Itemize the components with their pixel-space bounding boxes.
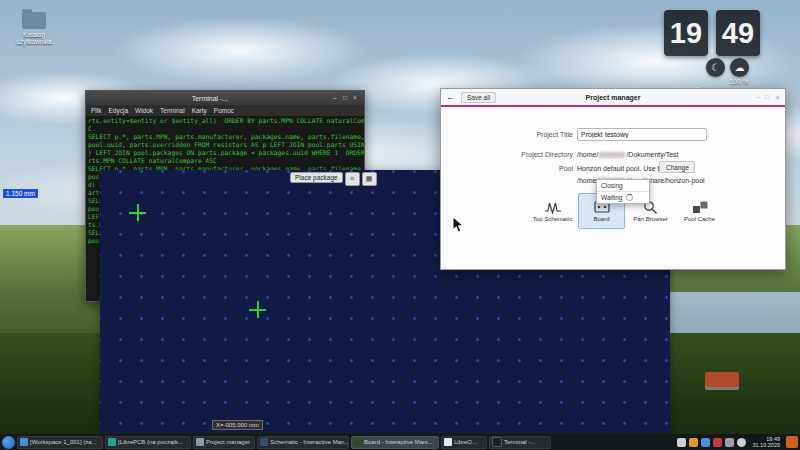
popup-status-row: Waiting <box>597 192 649 203</box>
menu-widok[interactable]: Widok <box>135 107 153 114</box>
taskbar-item-terminal[interactable]: Terminal -... <box>489 436 551 449</box>
project-directory-label: Project Directory <box>445 151 573 158</box>
taskbar: [Workspace 1_001] (za... [LibrePCB (na p… <box>0 434 800 450</box>
desktop: Katalog użytkownika 19 49 ☾ ☁ 100 % Częś… <box>0 0 800 450</box>
menu-pomoc[interactable]: Pomoc <box>214 107 234 114</box>
menu-terminal[interactable]: Terminal <box>160 107 185 114</box>
popup-title: Closing <box>597 180 649 191</box>
pool-cache-button[interactable]: Pool Cache <box>676 193 723 229</box>
cloud-icon: ☁ <box>730 58 749 77</box>
cursor-coordinate-tooltip: X=-005.000 mm <box>212 420 263 430</box>
window-icon <box>108 438 116 446</box>
grid-icon[interactable]: ▦ <box>362 172 377 186</box>
window-icon <box>260 438 268 446</box>
tray-icon-1[interactable] <box>677 438 686 447</box>
pool-label: Pool <box>445 165 573 172</box>
taskbar-clock[interactable]: 19:49 31.10.2020 <box>749 436 783 448</box>
window-minimize-icon[interactable]: – <box>756 94 759 101</box>
place-package-toolbar: Place package ≡ ▦ <box>290 172 377 186</box>
save-all-button[interactable]: Save all <box>461 92 496 103</box>
system-tray: 19:49 31.10.2020 <box>677 436 798 448</box>
mouse-cursor <box>452 216 465 234</box>
window-icon <box>492 437 502 447</box>
taskbar-item-libreoffice[interactable]: LibreO... <box>441 436 487 449</box>
menu-edycja[interactable]: Edycja <box>108 107 128 114</box>
window-icon <box>20 438 28 446</box>
closing-popup: Closing Waiting <box>596 179 650 204</box>
project-title-label: Project Title <box>445 131 573 138</box>
terminal-minimize-button[interactable]: – <box>330 92 340 104</box>
desktop-wallpaper-building <box>705 372 739 387</box>
taskbar-item-project-manager[interactable]: Project manager <box>193 436 255 449</box>
moon-icon: ☾ <box>706 58 725 77</box>
project-manager-header: ← Save all Project manager – □ ✕ <box>441 89 785 107</box>
weather-icons: ☾ ☁ <box>706 58 749 77</box>
menu-icon[interactable]: ≡ <box>345 172 360 186</box>
board-cursor-crosshair <box>249 301 266 318</box>
terminal-maximize-button[interactable]: □ <box>340 92 350 104</box>
project-manager-window: ← Save all Project manager – □ ✕ Project… <box>440 88 786 270</box>
change-pool-button[interactable]: Change <box>659 161 695 173</box>
tray-icon-7[interactable] <box>786 436 798 448</box>
project-manager-body: Project Title Project Directory /home//D… <box>441 107 785 269</box>
clock-widget: 19 49 ☾ ☁ 100 % Częściowo słonecznie <box>664 10 794 56</box>
desktop-icon-label: Katalog użytkownika <box>6 31 62 45</box>
clock-minute: 49 <box>716 10 760 56</box>
menu-plik[interactable]: Plik <box>91 107 101 114</box>
taskbar-item-librepcb[interactable]: [LibrePCB (na początk... <box>105 436 191 449</box>
taskbar-clock-date: 31.10.2020 <box>752 442 780 448</box>
desktop-icon-home-folder[interactable]: Katalog użytkownika <box>6 12 62 45</box>
app-menu-icon[interactable] <box>2 436 15 449</box>
clock-tiles: 19 49 <box>664 10 794 56</box>
folder-icon <box>22 12 46 29</box>
tray-icon-2[interactable] <box>689 438 698 447</box>
tray-icon-6[interactable] <box>737 438 746 447</box>
spinner-icon <box>626 194 633 201</box>
tray-icon-3[interactable] <box>701 438 710 447</box>
menu-karty[interactable]: Karty <box>192 107 207 114</box>
project-title-input[interactable] <box>577 128 707 141</box>
tray-icon-4[interactable] <box>713 438 722 447</box>
taskbar-item-workspace[interactable]: [Workspace 1_001] (za... <box>17 436 103 449</box>
terminal-titlebar[interactable]: Terminal -... – □ × <box>86 91 364 105</box>
window-icon <box>444 438 452 446</box>
ruler-measurement-tooltip: 1.150 mm <box>3 189 38 198</box>
taskbar-item-board[interactable]: Board - Interactive Mani... <box>351 436 439 449</box>
terminal-close-button[interactable]: × <box>350 92 360 104</box>
popup-status-text: Waiting <box>601 194 622 201</box>
board-origin-crosshair <box>129 204 146 221</box>
window-close-icon[interactable]: ✕ <box>775 94 780 101</box>
top-schematic-button[interactable]: Top Schematic <box>529 193 576 229</box>
packages-icon <box>691 200 709 214</box>
redacted-username <box>599 152 625 158</box>
window-icon <box>196 438 204 446</box>
window-maximize-icon[interactable]: □ <box>765 94 769 101</box>
terminal-menubar: Plik Edycja Widok Terminal Karty Pomoc <box>86 105 364 116</box>
taskbar-item-schematic[interactable]: Schematic - Interactive Man... <box>257 436 349 449</box>
clock-hour: 19 <box>664 10 708 56</box>
place-package-button[interactable]: Place package <box>290 172 343 183</box>
project-directory-value: /home//Dokumenty/Test <box>577 151 679 158</box>
schematic-icon <box>544 200 562 214</box>
window-icon <box>354 438 362 446</box>
weather-value: 100 % <box>730 78 748 85</box>
terminal-title: Terminal -... <box>90 95 330 102</box>
tray-icon-5[interactable] <box>725 438 734 447</box>
